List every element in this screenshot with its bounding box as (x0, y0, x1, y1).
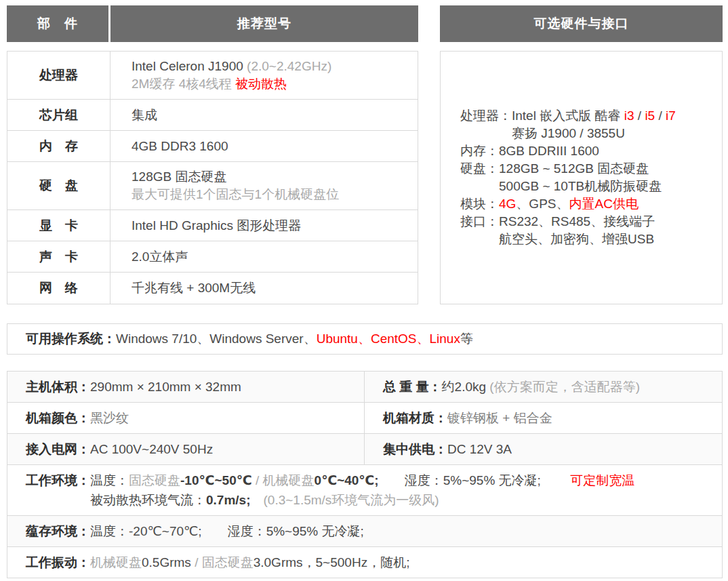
text-segment: 可定制宽温 (570, 473, 634, 487)
text-segment: 航空头、加密狗、增强USB (499, 232, 654, 246)
cell-chassis-material: 机箱材质：镀锌钢板 + 铝合金 (365, 403, 722, 433)
text-line: 8GB DDRIII 1600 (499, 142, 599, 160)
option-label-memory-options: 内存： (460, 142, 499, 160)
os-support-label: 可用操作系统： (26, 329, 116, 348)
spec-row-chipset: 芯片组集成 (7, 100, 418, 131)
text-segment (202, 524, 228, 538)
text-segment: 500GB ~ 10TB机械防振硬盘 (499, 179, 662, 193)
text-segment: 128GB ~ 512GB 固态硬盘 (499, 161, 649, 176)
text-segment: i5 (645, 108, 655, 123)
cell-value-total-weight: 约2.0kg (依方案而定，含适配器等) (442, 377, 715, 397)
spec-row-graphics: 显 卡Intel HD Graphics 图形处理器 (7, 210, 418, 241)
spec-label-graphics: 显 卡 (7, 210, 110, 241)
text-segment: 固态硬盘 (129, 473, 180, 487)
table-row-storage-environment: 蕴存环境：温度：-20℃~70℃; 湿度：5%~95% 无冷凝; (7, 516, 722, 547)
optional-hardware-panel: 处理器：Intel 嵌入式版 酷睿 i3 / i5 / i7赛扬 J1900 /… (440, 51, 723, 304)
cell-label-dc-power: 集中供电： (383, 439, 447, 459)
text-line: 航空头、加密狗、增强USB (499, 231, 655, 248)
text-segment: DC 12V 3A (447, 442, 512, 456)
text-segment: 固态硬盘 (202, 555, 254, 569)
text-line: 镀锌钢板 + 铝合金 (447, 408, 715, 428)
text-line: 千兆有线 + 300M无线 (132, 279, 409, 297)
text-segment: 温度： (90, 473, 129, 487)
text-segment (250, 493, 263, 507)
parts-header-bar: 部 件 推荐型号 (7, 5, 418, 42)
cell-value-ac-power: AC 100V~240V 50Hz (90, 439, 357, 459)
text-line: 2M缓存 4核4线程 被动散热 (132, 75, 409, 93)
spec-row-storage: 硬 盘128GB 固态硬盘最大可提供1个固态与1个机械硬盘位 (7, 162, 418, 210)
spec-label-memory: 内 存 (7, 131, 110, 161)
cell-value-dc-power: DC 12V 3A (447, 439, 715, 459)
text-segment: (2.0~2.42GHz) (247, 59, 331, 73)
recommended-model-column: 部 件 推荐型号 处理器Intel Celeron J1900 (2.0~2.4… (7, 5, 418, 304)
text-line: 机械硬盘0.5Grms / 固态硬盘3.0Grms，5~500Hz，随机; (90, 553, 715, 572)
spec-label-cpu: 处理器 (7, 52, 110, 99)
option-value-cpu-options: Intel 嵌入式版 酷睿 i3 / i5 / i7赛扬 J1900 / 385… (512, 107, 676, 142)
spec-row-audio: 声 卡2.0立体声 (7, 241, 418, 273)
top-section: 部 件 推荐型号 处理器Intel Celeron J1900 (2.0~2.4… (7, 5, 723, 304)
cell-value-chassis-material: 镀锌钢板 + 铝合金 (447, 408, 715, 428)
text-segment: 、GPS、 (516, 197, 569, 211)
cell-label-chassis-material: 机箱材质： (383, 408, 447, 428)
physical-spec-table: 主机体积：290mm × 210mm × 32mm总 重 量：约2.0kg (依… (7, 371, 723, 578)
cell-label-operating-vibration: 工作振动： (26, 553, 90, 572)
text-segment: 0.7m/s; (206, 493, 250, 507)
spec-label-storage: 硬 盘 (7, 162, 110, 209)
spec-row-cpu: 处理器Intel Celeron J1900 (2.0~2.42GHz)2M缓存… (7, 52, 418, 100)
text-line: 被动散热环境气流：0.7m/s; (0.3~1.5m/s环境气流为一级风) (90, 490, 715, 510)
text-segment: 被动散热 (235, 77, 287, 91)
text-segment (379, 473, 405, 487)
spec-value-memory: 4GB DDR3 1600 (110, 131, 418, 161)
cell-ac-power: 接入电网：AC 100V~240V 50Hz (7, 434, 365, 464)
text-line: Windows 7/10、Windows Server、Ubuntu、CentO… (116, 329, 473, 348)
spec-value-storage: 128GB 固态硬盘最大可提供1个固态与1个机械硬盘位 (110, 162, 418, 209)
cell-label-ac-power: 接入电网： (26, 439, 90, 459)
text-segment: 4G (499, 197, 516, 211)
text-segment: 0℃~40℃; (315, 473, 379, 487)
text-segment: 赛扬 J1900 / 3855U (512, 126, 625, 140)
text-segment: 集成 (132, 108, 157, 122)
cell-label-operating-environment: 工作环境： (26, 470, 90, 490)
cell-total-weight: 总 重 量：约2.0kg (依方案而定，含适配器等) (365, 372, 722, 402)
text-line: Intel HD Graphics 图形处理器 (132, 217, 409, 235)
text-segment: 内置AC供电 (569, 197, 638, 211)
text-segment: AC 100V~240V 50Hz (90, 442, 213, 456)
text-segment: 2M缓存 4核4线程 (132, 77, 235, 91)
option-entry-module-options: 模块：4G、GPS、内置AC供电 (460, 195, 722, 213)
text-line: 最大可提供1个固态与1个机械硬盘位 (132, 186, 409, 203)
cell-value-operating-vibration: 机械硬盘0.5Grms / 固态硬盘3.0Grms，5~500Hz，随机; (90, 553, 715, 572)
cell-chassis-color: 机箱颜色：黑沙纹 (7, 403, 365, 433)
text-line: 500GB ~ 10TB机械防振硬盘 (499, 178, 662, 195)
option-entry-storage-options: 硬盘：128GB ~ 512GB 固态硬盘500GB ~ 10TB机械防振硬盘 (460, 160, 722, 195)
text-segment: 温度：-20℃~70℃; (90, 524, 202, 538)
spec-label-chipset: 芯片组 (7, 100, 110, 130)
text-segment: -10℃~50℃ (180, 473, 252, 487)
text-segment: (0.3~1.5m/s环境气流为一级风) (263, 493, 439, 507)
option-value-module-options: 4G、GPS、内置AC供电 (499, 195, 639, 213)
spec-value-audio: 2.0立体声 (110, 241, 418, 272)
text-segment: 0.5Grms (142, 555, 191, 569)
cell-storage-environment: 蕴存环境：温度：-20℃~70℃; 湿度：5%~95% 无冷凝; (7, 516, 722, 546)
text-segment: 8GB DDRIII 1600 (499, 144, 599, 158)
table-row-operating-environment: 工作环境：温度：固态硬盘-10℃~50℃ / 机械硬盘0℃~40℃; 湿度：5%… (7, 465, 722, 516)
text-segment: 湿度：5%~95% 无冷凝; (228, 524, 364, 538)
text-segment: / (655, 108, 666, 123)
spec-value-chipset: 集成 (110, 100, 418, 130)
option-value-port-options: RS232、RS485、接线端子航空头、加密狗、增强USB (499, 213, 655, 248)
cell-value-storage-environment: 温度：-20℃~70℃; 湿度：5%~95% 无冷凝; (90, 521, 715, 541)
option-label-storage-options: 硬盘： (460, 160, 499, 195)
text-line: 4G、GPS、内置AC供电 (499, 195, 639, 213)
cell-operating-environment: 工作环境：温度：固态硬盘-10℃~50℃ / 机械硬盘0℃~40℃; 湿度：5%… (7, 465, 722, 515)
cell-host-dimensions: 主机体积：290mm × 210mm × 32mm (7, 372, 365, 402)
parts-header-cell: 部 件 (7, 5, 110, 42)
product-spec-sheet: 部 件 推荐型号 处理器Intel Celeron J1900 (2.0~2.4… (0, 0, 728, 581)
spec-row-memory: 内 存4GB DDR3 1600 (7, 131, 418, 162)
text-line: 290mm × 210mm × 32mm (90, 377, 357, 397)
text-segment: 128GB 固态硬盘 (132, 169, 226, 184)
cell-value-host-dimensions: 290mm × 210mm × 32mm (90, 377, 357, 397)
text-segment: 等 (460, 332, 473, 346)
text-segment: 290mm × 210mm × 32mm (90, 380, 241, 394)
cell-operating-vibration: 工作振动：机械硬盘0.5Grms / 固态硬盘3.0Grms，5~500Hz，随… (7, 547, 722, 578)
optional-hardware-column: 可选硬件与接口 处理器：Intel 嵌入式版 酷睿 i3 / i5 / i7赛扬… (440, 5, 723, 304)
text-segment: / (191, 555, 202, 569)
